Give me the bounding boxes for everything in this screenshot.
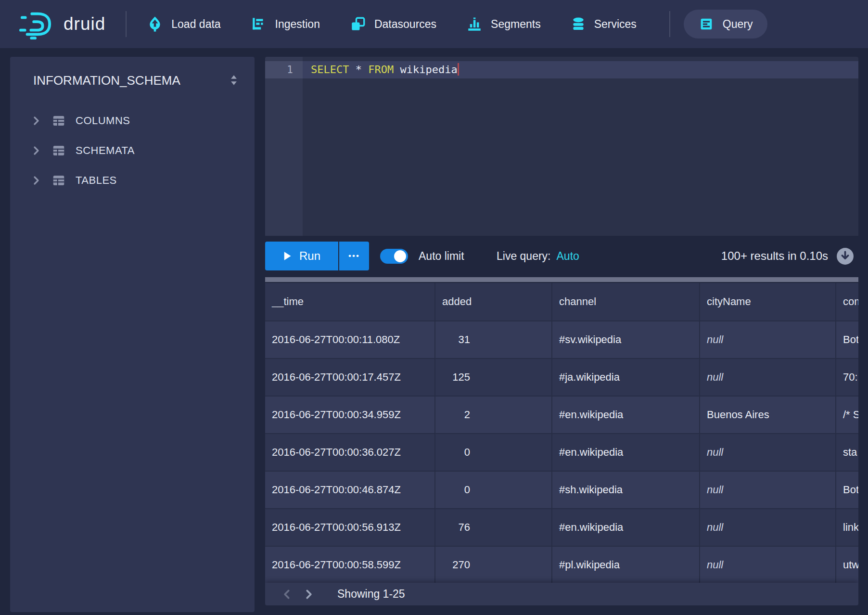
cell-comment[interactable]: /* S xyxy=(836,397,858,433)
cell-added[interactable]: 76 xyxy=(435,509,552,546)
cell-time[interactable]: 2016-06-27T00:00:36.027Z xyxy=(265,434,435,471)
run-button[interactable]: Run xyxy=(265,242,338,270)
download-icon[interactable] xyxy=(836,247,855,266)
cell-cityname[interactable]: null xyxy=(700,359,836,396)
cell-added[interactable]: 125 xyxy=(435,359,552,396)
sql-keyword: SELECT xyxy=(311,64,349,76)
nav-item-label: Segments xyxy=(491,18,541,31)
column-header-added[interactable]: added xyxy=(435,283,552,320)
logo-text: druid xyxy=(64,14,105,34)
druid-logo-icon xyxy=(17,8,55,40)
result-status: 100+ results in 0.10s xyxy=(721,249,828,263)
sql-keyword: FROM xyxy=(368,64,394,76)
cell-cityname[interactable]: null xyxy=(700,547,836,583)
result-status-bar: 100+ results in 0.10s xyxy=(721,242,855,270)
chevron-right-icon xyxy=(30,175,42,186)
tree-item-columns[interactable]: COLUMNS xyxy=(10,106,255,136)
schema-sidebar: INFORMATION_SCHEMA xyxy=(10,57,255,612)
nav-item-segments[interactable]: Segments xyxy=(466,16,541,32)
table-row: 2016-06-27T00:00:11.080Z 31 #sv.wikipedi… xyxy=(265,321,858,359)
column-header-cityname[interactable]: cityName xyxy=(700,283,836,320)
cell-channel[interactable]: #sh.wikipedia xyxy=(552,472,700,508)
query-icon xyxy=(698,16,715,32)
cell-channel[interactable]: #en.wikipedia xyxy=(552,509,700,546)
sql-code-line[interactable]: SELECT * FROM wikipedia xyxy=(303,61,858,78)
nav-item-ingestion[interactable]: Ingestion xyxy=(251,16,320,32)
table-icon xyxy=(51,143,66,158)
cell-time[interactable]: 2016-06-27T00:00:58.599Z xyxy=(265,547,435,583)
top-nav: druid Load data xyxy=(0,0,868,48)
cell-comment[interactable]: sta xyxy=(836,434,858,471)
schema-tree: COLUMNS SCHEMATA xyxy=(10,106,255,195)
druid-logo[interactable]: druid xyxy=(17,8,105,40)
chevron-right-icon xyxy=(30,115,42,127)
schema-title: INFORMATION_SCHEMA xyxy=(33,73,180,88)
cell-channel[interactable]: #sv.wikipedia xyxy=(552,321,700,358)
sql-editor[interactable]: 1 SELECT * FROM wikipedia xyxy=(265,57,858,236)
cell-added-value: 31 xyxy=(442,333,470,346)
cell-channel[interactable]: #en.wikipedia xyxy=(552,397,700,433)
cell-comment[interactable]: utw xyxy=(836,547,858,583)
cell-time[interactable]: 2016-06-27T00:00:46.874Z xyxy=(265,472,435,508)
panel-splitter[interactable] xyxy=(265,277,858,282)
tree-item-tables[interactable]: TABLES xyxy=(10,166,255,195)
datasources-icon xyxy=(350,16,366,32)
table-row: 2016-06-27T00:00:36.027Z 0 #en.wikipedia… xyxy=(265,434,858,472)
cell-comment[interactable]: Bot xyxy=(836,472,858,508)
nav-item-label: Load data xyxy=(171,18,220,31)
next-page-button[interactable] xyxy=(298,585,319,604)
cell-added[interactable]: 31 xyxy=(435,321,552,358)
services-icon xyxy=(571,16,586,32)
cell-time[interactable]: 2016-06-27T00:00:17.457Z xyxy=(265,359,435,396)
run-more-button[interactable]: ••• xyxy=(339,242,369,270)
cell-comment[interactable]: link xyxy=(836,509,858,546)
cell-cityname[interactable]: null xyxy=(700,434,836,471)
nav-item-services[interactable]: Services xyxy=(571,16,637,32)
cell-channel[interactable]: #pl.wikipedia xyxy=(552,547,700,583)
play-icon xyxy=(283,251,292,261)
sort-toggle-icon[interactable] xyxy=(226,71,242,90)
cell-added[interactable]: 0 xyxy=(435,472,552,508)
column-header-channel[interactable]: channel xyxy=(552,283,700,320)
nav-item-query[interactable]: Query xyxy=(684,10,767,38)
schema-header: INFORMATION_SCHEMA xyxy=(10,57,255,90)
ingestion-icon xyxy=(251,16,267,32)
tree-item-label: TABLES xyxy=(76,174,117,187)
cell-added[interactable]: 2 xyxy=(435,397,552,433)
cell-cityname[interactable]: null xyxy=(700,472,836,508)
cell-added-value: 0 xyxy=(442,484,470,496)
editor-active-line: 1 SELECT * FROM wikipedia xyxy=(265,61,858,78)
cell-comment[interactable]: 70: xyxy=(836,359,858,396)
text-cursor xyxy=(458,63,459,76)
cell-time[interactable]: 2016-06-27T00:00:56.913Z xyxy=(265,509,435,546)
cell-added[interactable]: 270 xyxy=(435,547,552,583)
cell-comment[interactable]: Bot xyxy=(836,321,858,358)
live-query-label: Live query: xyxy=(497,250,551,263)
cell-added-value: 76 xyxy=(442,521,470,534)
cell-added[interactable]: 0 xyxy=(435,434,552,471)
column-header-time[interactable]: __time xyxy=(265,283,435,320)
cell-cityname[interactable]: null xyxy=(700,509,836,546)
nav-item-datasources[interactable]: Datasources xyxy=(350,16,436,32)
cell-cityname[interactable]: null xyxy=(700,321,836,358)
column-header-comment[interactable]: comment xyxy=(836,283,858,320)
cell-channel[interactable]: #en.wikipedia xyxy=(552,434,700,471)
live-query-value[interactable]: Auto xyxy=(557,250,579,263)
sql-identifier: wikipedia xyxy=(394,64,457,76)
nav-item-load-data[interactable]: Load data xyxy=(147,16,220,32)
prev-page-button[interactable] xyxy=(277,585,298,604)
tree-item-schemata[interactable]: SCHEMATA xyxy=(10,136,255,166)
cell-time[interactable]: 2016-06-27T00:00:34.959Z xyxy=(265,397,435,433)
auto-limit-switch[interactable]: Auto limit xyxy=(380,242,464,270)
cell-added-value: 2 xyxy=(442,409,470,421)
table-header-row: __time added channel cityName comment xyxy=(265,283,858,321)
upload-icon xyxy=(147,16,163,32)
cell-time[interactable]: 2016-06-27T00:00:11.080Z xyxy=(265,321,435,358)
cell-cityname[interactable]: Buenos Aires xyxy=(700,397,836,433)
run-button-label: Run xyxy=(299,249,320,263)
pagination-bar: Showing 1-25 xyxy=(265,583,858,605)
cell-channel[interactable]: #ja.wikipedia xyxy=(552,359,700,396)
cell-added-value: 270 xyxy=(442,559,470,571)
toggle-track[interactable] xyxy=(380,249,408,264)
sql-operator: * xyxy=(349,64,368,76)
